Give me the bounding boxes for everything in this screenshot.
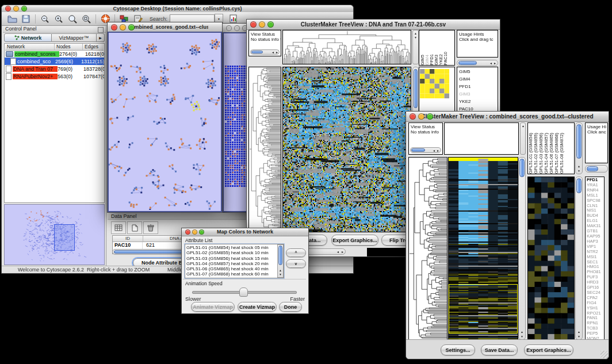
network-view[interactable]	[108, 32, 222, 212]
attribute-item[interactable]: GPL51-06 (GSM865) heat shock 40 min	[186, 266, 284, 271]
tab-network[interactable]: Network	[4, 33, 52, 42]
tv1-heatmap[interactable]	[282, 67, 411, 232]
scroll-down-icon[interactable]: ▼	[577, 168, 580, 173]
attribute-item[interactable]: GPL51-01 (GSM854) heat shock 05 min	[186, 245, 284, 250]
scroll-down-icon[interactable]: ▼	[279, 272, 282, 277]
attr-col-id[interactable]: ID	[113, 236, 143, 242]
network-graph-canvas[interactable]	[109, 33, 220, 210]
network-list-row[interactable]: combined_sco2569(6)13112(15)	[5, 58, 104, 65]
tv2-status-hscrollbar[interactable]: ◄ ►	[410, 147, 441, 153]
attribute-item[interactable]: GPL51-02 (GSM855) heat shock 10 min	[186, 250, 284, 255]
scroll-up-icon[interactable]: ▲	[577, 164, 580, 168]
tv2-export-graphics-button[interactable]: Export Graphics...	[524, 344, 573, 355]
move-up-button[interactable]: ^	[286, 248, 306, 257]
scroll-thumb[interactable]	[576, 124, 582, 159]
minimize-button[interactable]	[259, 21, 265, 28]
scroll-left-icon[interactable]: ◄	[433, 148, 435, 153]
tv1-column-dendrogram[interactable]	[282, 30, 411, 64]
scroll-up-icon[interactable]: ▲	[522, 124, 525, 128]
close-button[interactable]	[226, 25, 232, 31]
col-network[interactable]: Network	[5, 44, 55, 50]
tv2-zoom-heatmap[interactable]	[527, 177, 575, 340]
tv2-save-data-button[interactable]: Save Data...	[481, 344, 518, 355]
overview-viewport-rect[interactable]	[54, 224, 75, 251]
zoom-button[interactable]	[199, 229, 204, 235]
scroll-thumb[interactable]	[414, 69, 418, 108]
treeview1-titlebar[interactable]: ClusterMaker TreeView : DNA and Tran 07-…	[247, 20, 500, 30]
table-mode-button[interactable]	[111, 221, 126, 234]
animate-vizmap-button[interactable]: Animate Vizmap	[191, 302, 235, 312]
scroll-thumb[interactable]	[587, 166, 598, 171]
scroll-left-icon[interactable]: ◄	[271, 50, 274, 55]
dialog-titlebar[interactable]: Map Colors to Network	[182, 228, 308, 236]
scroll-thumb[interactable]	[411, 148, 425, 152]
open-session-button[interactable]	[5, 13, 19, 25]
close-button[interactable]	[410, 113, 416, 120]
scroll-up-icon[interactable]: ▲	[521, 329, 523, 334]
attribute-list-vscrollbar[interactable]: ▲ ▼	[277, 244, 284, 278]
col-nodes[interactable]: Nodes	[55, 44, 83, 50]
delete-attribute-button[interactable]	[143, 221, 158, 234]
tv2-heatmap-canvas[interactable]	[449, 158, 518, 339]
scroll-right-icon[interactable]: ►	[341, 250, 344, 254]
scroll-thumb[interactable]	[251, 51, 263, 53]
tv2-heatmap-vscrollbar[interactable]: ▲ ▼	[518, 157, 526, 340]
scroll-thumb[interactable]	[519, 159, 525, 177]
tv2-zoom-vscrollbar[interactable]: ▲ ▼	[575, 177, 583, 340]
tv2-zoom-heatmap-canvas[interactable]	[528, 177, 574, 339]
tv1-column-dendrogram-canvas[interactable]	[283, 30, 411, 64]
tv1-export-graphics-button[interactable]: Export Graphics...	[331, 235, 378, 246]
scroll-left-icon[interactable]: ◄	[489, 61, 492, 66]
save-session-button[interactable]	[19, 13, 33, 25]
tv1-heatmap-canvas[interactable]	[283, 67, 411, 232]
new-attribute-button[interactable]	[127, 221, 142, 234]
minimize-button[interactable]	[234, 25, 240, 31]
speed-slider-thumb[interactable]	[239, 288, 248, 297]
attribute-item[interactable]: GPL51-03 (GSM856) heat shock 15 min	[186, 256, 284, 261]
scroll-up-icon[interactable]: ▲	[577, 329, 580, 334]
network-list-row[interactable]: RNAPuberNov2+563(0)107847(0)	[5, 72, 104, 80]
minimize-button[interactable]	[418, 113, 424, 120]
tv1-row-dendrogram-canvas[interactable]	[249, 67, 281, 232]
scroll-down-icon[interactable]: ▼	[521, 334, 523, 339]
tab-overflow-button[interactable]: ▶	[97, 33, 105, 42]
tv2-heatmap[interactable]	[448, 157, 518, 340]
network-list-row[interactable]: DNA and Tran 07769(0)183728(0)	[5, 65, 104, 72]
minimize-button[interactable]	[120, 24, 126, 30]
scroll-right-icon[interactable]: ►	[494, 61, 496, 66]
close-button[interactable]	[5, 6, 11, 12]
zoom-button[interactable]	[128, 24, 135, 30]
zoom-fit-button[interactable]	[79, 13, 93, 25]
tab-vizmapper[interactable]: VizMapper™	[52, 33, 97, 42]
scroll-right-icon[interactable]: ►	[276, 50, 278, 55]
zoom-button[interactable]	[427, 113, 433, 120]
scroll-thumb[interactable]	[278, 246, 282, 265]
tv1-top-vscrollbar[interactable]: ▲ ▼	[412, 30, 419, 64]
zoom-button[interactable]	[267, 21, 274, 28]
network-list-row[interactable]: combined_scores2764(0)16218(0)	[5, 50, 104, 58]
network-titlebar[interactable]: combined_scores_good.txt--cluste...	[108, 22, 222, 32]
scroll-right-icon[interactable]: ►	[437, 148, 439, 153]
tv2-row-dendrogram-canvas[interactable]	[409, 158, 447, 339]
network-overview-panel[interactable]	[4, 204, 105, 265]
attribute-item[interactable]: GPL51-07 (GSM868) heat shock 60 min	[186, 271, 284, 277]
tv1-status-hscrollbar[interactable]: ◄ ►	[250, 49, 280, 55]
close-button[interactable]	[185, 229, 190, 235]
scroll-thumb[interactable]	[458, 61, 477, 65]
close-button[interactable]	[250, 21, 257, 28]
minimize-button[interactable]	[192, 229, 197, 235]
col-edges[interactable]: Edges	[83, 44, 104, 50]
tv2-hints-hscrollbar[interactable]	[585, 165, 608, 173]
attribute-item[interactable]: GPL51-04 (GSM857) heat shock 20 min	[186, 261, 284, 266]
tv2-settings-button[interactable]: Settings...	[441, 344, 475, 355]
scroll-left-icon[interactable]: ◄	[336, 250, 339, 254]
scroll-down-icon[interactable]: ▼	[577, 334, 580, 339]
zoom-button[interactable]	[21, 6, 27, 12]
tv2-row-dendrogram[interactable]	[408, 157, 447, 340]
tv1-row-dendrogram[interactable]	[248, 67, 281, 232]
move-down-button[interactable]: v	[286, 259, 306, 268]
tv2-labels-vscrollbar[interactable]: ▲ ▼	[575, 122, 583, 174]
float-panel-icon[interactable]	[98, 27, 104, 33]
attribute-list[interactable]: GPL51-01 (GSM854) heat shock 05 minGPL51…	[185, 244, 284, 278]
zoom-selected-button[interactable]	[66, 13, 79, 25]
